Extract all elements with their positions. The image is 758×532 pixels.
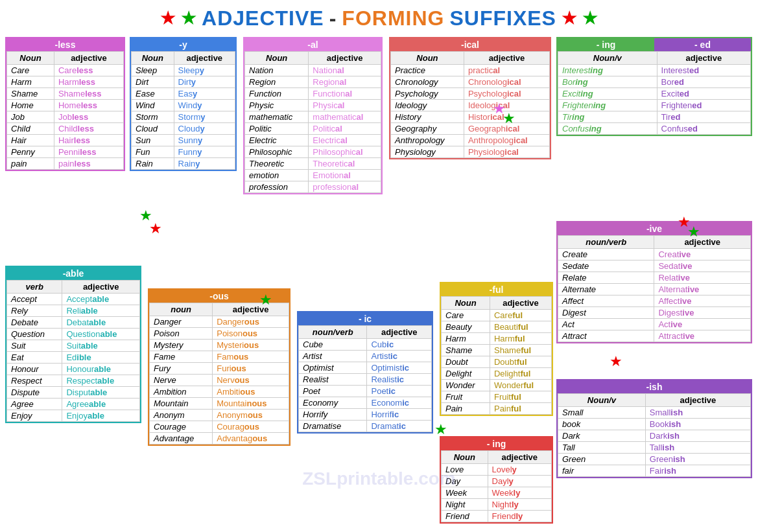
table-row: QuestionQuestionable <box>7 329 140 340</box>
label-ing-ed-row: - ing - ed <box>558 38 751 51</box>
label-ic: - ic <box>298 312 432 325</box>
ing-ed-col1: Noun/v <box>558 52 657 65</box>
label-al: -al <box>244 38 381 51</box>
table-row: FuryFurious <box>150 363 289 375</box>
ful-col1: Noun <box>442 297 490 310</box>
table-row: MountainMountainous <box>150 398 289 410</box>
ous-col2: adjective <box>213 303 289 316</box>
al-col1: Noun <box>245 52 309 65</box>
box-ly: - ing Nounadjective LoveLovely DayDayly … <box>440 436 553 524</box>
al-col2: adjective <box>309 52 381 65</box>
table-row: CareCareful <box>442 310 552 321</box>
label-ive: -ive <box>558 222 751 235</box>
box-ish: -ish Noun/vadjective SmallSmallish bookB… <box>556 379 752 478</box>
deco-star-green-3: ★ <box>259 292 272 308</box>
less-col1: Noun <box>7 52 54 65</box>
table-row: ConfusingConfused <box>558 123 751 135</box>
table-row: PoliticPolitical <box>245 123 381 135</box>
box-ive: -ive noun/verbadjective CreateCreative S… <box>556 221 752 343</box>
table-row: PoetPoetic <box>299 386 432 397</box>
table-row: painpainless <box>7 158 124 170</box>
table-row: ShameShameless <box>7 88 124 100</box>
table-row: DarkDarkish <box>558 430 751 442</box>
table-row: ChildChildless <box>7 123 124 135</box>
table-row: WonderWonderful <box>442 380 552 391</box>
table-row: ChronologyChronological <box>391 76 550 88</box>
page-title: ★ ★ ADJECTIVE - FORMING SUFFIXES ★ ★ <box>0 0 758 36</box>
table-row: PennyPenniless <box>7 146 124 158</box>
box-ic: - ic noun/verbadjective CubeCubic Artist… <box>297 311 433 434</box>
able-col1: verb <box>7 281 62 294</box>
table-row: RelyReliable <box>7 305 140 317</box>
table-row: FruitFruitful <box>442 391 552 403</box>
deco-star-red-3: ★ <box>610 353 622 370</box>
title-adjective: ADJECTIVE <box>202 6 324 30</box>
star-green-left: ★ <box>181 8 196 29</box>
table-row: EnjoyEnjoyable <box>7 410 140 422</box>
table-row: AttractAttractive <box>558 330 751 342</box>
table-row: EconomyEconomic <box>299 397 432 409</box>
table-row: FriendFriendly <box>442 511 552 522</box>
label-y: -y <box>131 38 235 51</box>
box-ous: -ous nounadjective DangerDangerous Poiso… <box>148 288 290 446</box>
table-row: CareCareless <box>7 65 124 76</box>
ous-col1: noun <box>150 303 213 316</box>
table-row: emotionEmotional <box>245 170 381 181</box>
box-less: -less Nounadjective CareCareless HarmHar… <box>5 37 125 171</box>
table-row: AnthropologyAnthropological <box>391 135 550 146</box>
title-suffixes: SUFFIXES <box>449 6 556 30</box>
label-ly: - ing <box>441 437 552 450</box>
label-ing: - ing <box>558 38 654 51</box>
table-row: ExcitingExcited <box>558 88 751 100</box>
table-row: PhysiologyPhysiological <box>391 146 550 158</box>
ive-col1: noun/verb <box>558 236 654 249</box>
table-row: HomeHomeless <box>7 100 124 111</box>
title-forming: FORMING <box>342 6 444 30</box>
table-row: RealistRealistic <box>299 374 432 386</box>
box-ing-ed: - ing - ed Noun/vadjective InterestingIn… <box>556 37 752 136</box>
less-col2: adjective <box>54 52 123 65</box>
table-row: SleepSleepy <box>132 65 235 76</box>
table-row: HonourHonourable <box>7 364 140 375</box>
ic-col2: adjective <box>367 326 432 339</box>
table-row: RegionRegional <box>245 76 381 88</box>
table-row: DangerDangerous <box>150 316 289 328</box>
table-row: HairHairless <box>7 135 124 146</box>
star-red-right: ★ <box>562 8 577 29</box>
table-row: CreateCreative <box>558 249 751 260</box>
label-ical: -ical <box>390 38 550 51</box>
table-row: ArtistArtistic <box>299 351 432 362</box>
table-row: BeautyBeautiful <box>442 321 552 333</box>
label-ful: -ful <box>441 283 552 296</box>
table-row: CloudCloudy <box>132 123 235 135</box>
table-row: mathematicmathematical <box>245 111 381 123</box>
table-row: DelightDelightful <box>442 368 552 380</box>
table-row: HistoryHistorical <box>391 111 550 123</box>
box-al: -al Nounadjective NationNational RegionR… <box>243 37 383 194</box>
table-row: StormStormy <box>132 111 235 123</box>
table-row: FunFunny <box>132 146 235 158</box>
y-col2: adjective <box>174 52 235 65</box>
table-row: fairFairish <box>558 465 751 477</box>
table-row: DigestDigestive <box>558 307 751 319</box>
watermark: ZSLprintable.com <box>302 468 455 489</box>
table-row: RelateRelative <box>558 272 751 284</box>
table-row: SunSunny <box>132 135 235 146</box>
table-row: CourageCouragous <box>150 421 289 433</box>
table-row: SmallSmallish <box>558 407 751 419</box>
table-row: TheoreticTheoretical <box>245 158 381 170</box>
table-row: NightNightly <box>442 499 552 511</box>
table-row: HorrifyHorrific <box>299 409 432 421</box>
label-able: -able <box>6 267 140 280</box>
ing-ed-col2: adjective <box>657 52 750 65</box>
box-y: -y Nounadjective SleepSleepy DirtDirty E… <box>130 37 237 171</box>
table-row: AnonymAnonymous <box>150 410 289 421</box>
table-row: TallTallish <box>558 442 751 454</box>
label-ish: -ish <box>558 380 751 393</box>
ive-col2: adjective <box>654 236 751 249</box>
label-less: -less <box>6 38 124 51</box>
table-row: GeographyGeographical <box>391 123 550 135</box>
ly-col2: adjective <box>488 451 551 464</box>
table-row: JobJobless <box>7 111 124 123</box>
deco-star-green-5: ★ <box>434 421 447 438</box>
